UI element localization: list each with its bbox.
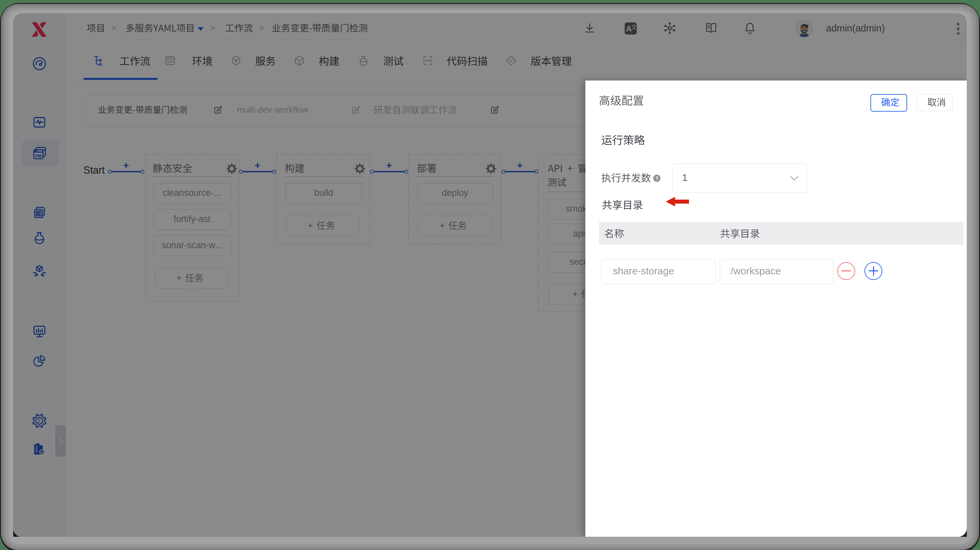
svg-text:?: ?: [655, 175, 659, 181]
